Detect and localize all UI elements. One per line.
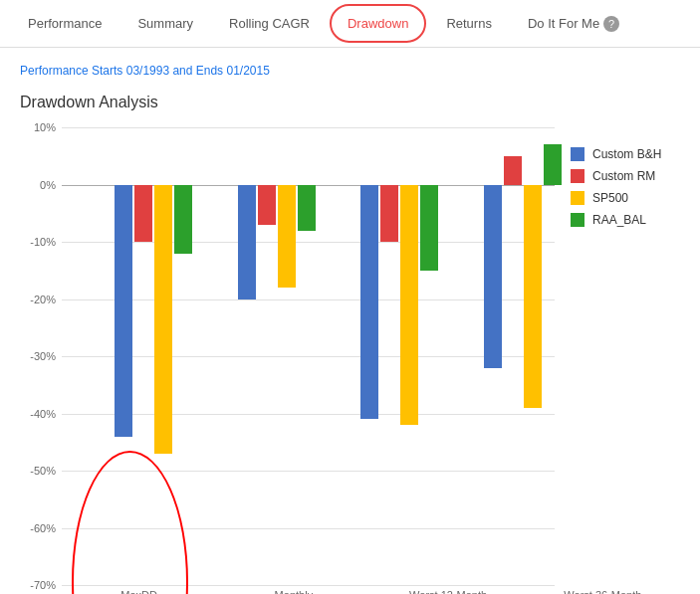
bar bbox=[360, 185, 378, 420]
x-axis-label: MaxDD bbox=[62, 589, 216, 594]
bar-group bbox=[309, 127, 432, 585]
x-axis-label: Worst 36-Month bbox=[526, 589, 680, 594]
grid-line bbox=[62, 585, 555, 586]
y-axis-label: -20% bbox=[30, 294, 56, 305]
legend-item: Custom RM bbox=[571, 169, 680, 183]
legend-item: SP500 bbox=[571, 191, 680, 205]
bar bbox=[380, 185, 398, 243]
y-axis-label: 10% bbox=[34, 121, 56, 133]
y-axis-label: -30% bbox=[30, 350, 56, 362]
legend-color-box bbox=[571, 213, 584, 227]
tab-do-it-for-me[interactable]: Do It For Me ? bbox=[510, 2, 637, 46]
bar bbox=[134, 185, 152, 243]
bar bbox=[484, 185, 502, 368]
bar-group bbox=[62, 127, 185, 585]
tab-performance[interactable]: Performance bbox=[10, 2, 119, 45]
bar-group bbox=[431, 127, 555, 585]
chart-title: Drawdown Analysis bbox=[20, 94, 680, 111]
y-axis-label: 0% bbox=[40, 179, 56, 191]
y-axis-label: -60% bbox=[30, 522, 56, 534]
legend-color-box bbox=[571, 191, 584, 205]
legend: Custom B&HCustom RMSP500RAA_BAL bbox=[571, 127, 680, 585]
tab-drawdown[interactable]: Drawdown bbox=[330, 4, 426, 43]
chart-area: 10%0%-10%-20%-30%-40%-50%-60%-70% Custom… bbox=[20, 127, 680, 585]
legend-label: SP500 bbox=[592, 191, 628, 205]
bar bbox=[258, 185, 276, 225]
bar bbox=[504, 156, 522, 185]
bar-group bbox=[185, 127, 309, 585]
legend-label: Custom RM bbox=[592, 169, 655, 183]
legend-item: RAA_BAL bbox=[571, 213, 680, 227]
y-axis: 10%0%-10%-20%-30%-40%-50%-60%-70% bbox=[20, 127, 62, 585]
y-axis-label: -40% bbox=[30, 408, 56, 420]
legend-item: Custom B&H bbox=[571, 147, 680, 161]
tab-bar: PerformanceSummaryRolling CAGRDrawdownRe… bbox=[0, 0, 700, 48]
chart-inner bbox=[62, 127, 555, 585]
legend-color-box bbox=[571, 147, 584, 161]
legend-label: Custom B&H bbox=[592, 147, 661, 161]
tab-returns[interactable]: Returns bbox=[428, 2, 510, 45]
x-axis-label: Monthly bbox=[216, 589, 370, 594]
x-axis-label: Worst 12-Month bbox=[371, 589, 526, 594]
main-content: Performance Starts 03/1993 and Ends 01/2… bbox=[0, 48, 700, 594]
help-icon[interactable]: ? bbox=[603, 16, 619, 32]
y-axis-label: -10% bbox=[30, 236, 56, 248]
legend-label: RAA_BAL bbox=[592, 213, 646, 227]
legend-color-box bbox=[571, 169, 584, 183]
tab-summary[interactable]: Summary bbox=[119, 2, 211, 45]
tab-label: Do It For Me ? bbox=[528, 16, 619, 32]
bar bbox=[544, 144, 562, 184]
y-axis-label: -70% bbox=[30, 579, 56, 591]
y-axis-label: -50% bbox=[30, 465, 56, 477]
date-range-label: Performance Starts 03/1993 and Ends 01/2… bbox=[20, 64, 680, 78]
bar bbox=[238, 185, 256, 299]
bar bbox=[154, 185, 172, 454]
bar bbox=[400, 185, 418, 426]
bar bbox=[115, 185, 132, 437]
bar bbox=[524, 185, 542, 408]
bar bbox=[278, 185, 296, 289]
tab-rolling-cagr[interactable]: Rolling CAGR bbox=[211, 2, 328, 45]
x-axis: MaxDDMonthlyWorst 12-MonthWorst 36-Month bbox=[62, 589, 680, 594]
